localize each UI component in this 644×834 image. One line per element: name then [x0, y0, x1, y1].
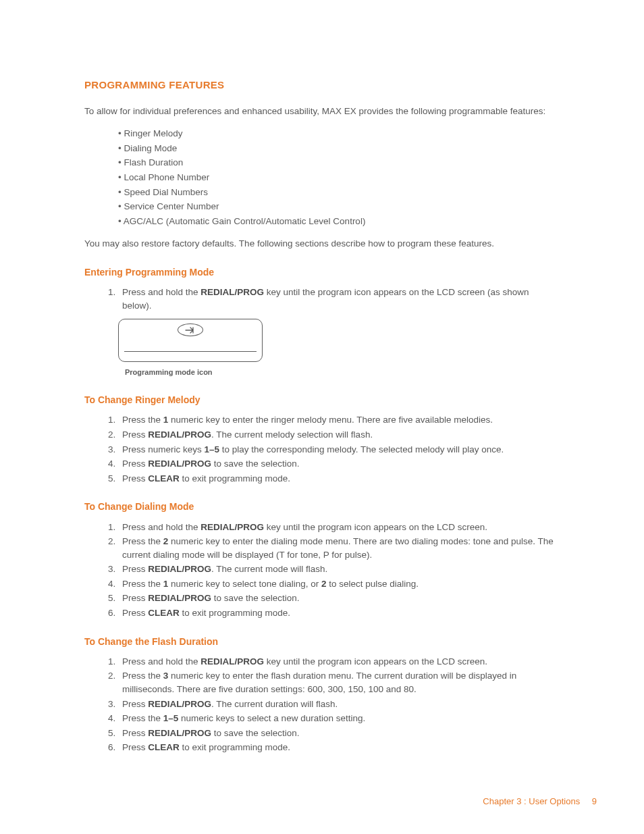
text: Press the [122, 671, 163, 681]
lcd-figure: Programming mode icon [118, 319, 560, 378]
text: numeric key to enter the ringer melody m… [168, 415, 493, 425]
lcd-divider [124, 351, 257, 352]
footer-page-number: 9 [592, 796, 597, 806]
program-mode-icon [178, 323, 203, 336]
text: Press [122, 459, 148, 469]
text: Press and hold the [122, 656, 200, 667]
key-redial-prog: REDIAL/PROG [200, 656, 264, 667]
text: key until the program icon appears on th… [264, 656, 487, 667]
text: Press [122, 593, 148, 603]
text: . The current duration will flash. [211, 699, 338, 709]
list-item: Press CLEAR to exit programming mode. [118, 741, 560, 754]
text: numeric key to select tone dialing, or [168, 579, 321, 589]
list-item: Press CLEAR to exit programming mode. [118, 606, 560, 620]
text: Press numeric keys [122, 444, 205, 454]
heading-change-dialing-mode: To Change Dialing Mode [84, 500, 560, 513]
text: numeric key to enter the flash duration … [122, 671, 516, 694]
key-redial-prog: REDIAL/PROG [148, 564, 211, 574]
list-item: Press REDIAL/PROG to save the selection. [118, 457, 560, 471]
key-redial-prog: REDIAL/PROG [148, 728, 211, 738]
heading-change-ringer-melody: To Change Ringer Melody [84, 393, 560, 407]
text: Press [122, 728, 148, 738]
text: Press [122, 429, 148, 440]
key-redial-prog: REDIAL/PROG [148, 429, 211, 440]
heading-entering-programming-mode: Entering Programming Mode [84, 265, 560, 279]
key-redial-prog: REDIAL/PROG [148, 593, 211, 603]
key-clear: CLEAR [148, 608, 180, 618]
lcd-screen [118, 319, 263, 362]
list-item: Press and hold the REDIAL/PROG key until… [118, 286, 560, 312]
list-item: Press and hold the REDIAL/PROG key until… [118, 655, 560, 669]
list-item: Press the 1 numeric key to enter the rin… [118, 413, 560, 427]
feature-list: Ringer Melody Dialing Mode Flash Duratio… [84, 127, 560, 228]
list-item: Press REDIAL/PROG. The current mode will… [118, 563, 560, 576]
list-item: Press REDIAL/PROG. The current melody se… [118, 428, 560, 442]
key-redial-prog: REDIAL/PROG [200, 287, 264, 297]
list-item: Speed Dial Numbers [118, 186, 560, 199]
list-item: Press the 1 numeric key to select tone d… [118, 577, 560, 591]
steps-ringer: Press the 1 numeric key to enter the rin… [84, 413, 560, 485]
list-item: Press numeric keys 1–5 to play the corre… [118, 443, 560, 457]
key-clear: CLEAR [148, 473, 180, 484]
text: key until the program icon appears on th… [264, 522, 487, 532]
text: to exit programming mode. [180, 473, 290, 484]
heading-change-flash-duration: To Change the Flash Duration [84, 635, 560, 648]
intro-paragraph: To allow for individual preferences and … [84, 105, 560, 118]
text: to save the selection. [211, 459, 300, 469]
list-item: Press the 1–5 numeric keys to select a n… [118, 712, 560, 725]
list-item: Press REDIAL/PROG to save the selection. [118, 727, 560, 740]
list-item: Local Phone Number [118, 171, 560, 184]
page-footer: Chapter 3 : User Options 9 [483, 796, 597, 808]
page: PROGRAMMING FEATURES To allow for indivi… [0, 0, 644, 834]
footer-chapter: Chapter 3 : User Options [483, 796, 580, 806]
text: Press and hold the [122, 522, 200, 532]
list-item: Press and hold the REDIAL/PROG key until… [118, 521, 560, 534]
key-redial-prog: REDIAL/PROG [148, 699, 211, 709]
text: to exit programming mode. [180, 608, 290, 618]
list-item: Press the 2 numeric key to enter the dia… [118, 535, 560, 561]
text: numeric keys to select a new duration se… [178, 713, 365, 723]
text: Press the [122, 536, 163, 546]
text: . The current mode will flash. [211, 564, 327, 574]
key-clear: CLEAR [148, 742, 180, 752]
list-item: Press CLEAR to exit programming mode. [118, 472, 560, 486]
text: to select pulse dialing. [326, 579, 419, 589]
lcd-caption: Programming mode icon [125, 367, 560, 378]
steps-flash: Press and hold the REDIAL/PROG key until… [84, 655, 560, 754]
list-item: Ringer Melody [118, 127, 560, 140]
key-redial-prog: REDIAL/PROG [148, 459, 211, 469]
list-item: Dialing Mode [118, 142, 560, 155]
heading-programming-features: PROGRAMMING FEATURES [84, 78, 560, 93]
text: to save the selection. [211, 593, 300, 603]
text: to exit programming mode. [180, 742, 290, 752]
key-redial-prog: REDIAL/PROG [200, 522, 264, 532]
list-item: AGC/ALC (Automatic Gain Control/Automati… [118, 215, 560, 228]
steps-enter: Press and hold the REDIAL/PROG key until… [84, 286, 560, 312]
text: numeric key to enter the dialing mode me… [122, 536, 554, 560]
list-item: Press REDIAL/PROG to save the selection. [118, 592, 560, 605]
text: . The current melody selection will flas… [211, 429, 373, 440]
list-item: Flash Duration [118, 156, 560, 170]
intro2-paragraph: You may also restore factory defaults. T… [84, 237, 560, 251]
key-1-5: 1–5 [163, 713, 179, 723]
list-item: Service Center Number [118, 200, 560, 213]
arrow-icon [184, 326, 196, 334]
list-item: Press REDIAL/PROG. The current duration … [118, 698, 560, 711]
text: Press the [122, 713, 163, 723]
text: Press [122, 564, 148, 574]
text: Press [122, 608, 148, 618]
text: Press and hold the [122, 287, 200, 297]
text: to save the selection. [211, 728, 300, 738]
list-item: Press the 3 numeric key to enter the fla… [118, 669, 560, 696]
text: Press the [122, 415, 163, 425]
text: to play the corresponding melody. The se… [219, 444, 504, 454]
text: Press [122, 473, 148, 484]
steps-dial: Press and hold the REDIAL/PROG key until… [84, 521, 560, 620]
key-1-5: 1–5 [205, 444, 220, 454]
text: Press [122, 742, 148, 752]
text: Press [122, 699, 148, 709]
text: Press the [122, 579, 163, 589]
